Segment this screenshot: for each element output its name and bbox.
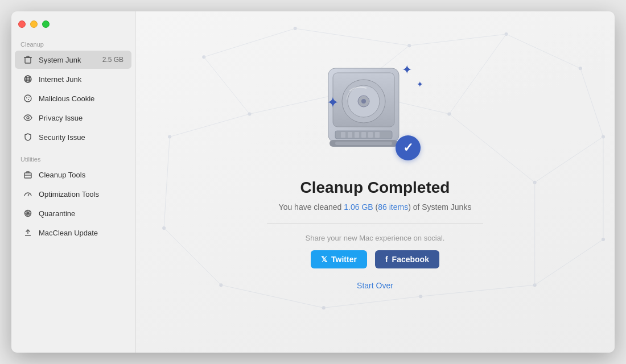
- share-label: Share your new Mac experience on social.: [306, 234, 445, 242]
- twitter-button[interactable]: 𝕏 Twitter: [311, 250, 367, 268]
- internet-junk-label: Internet Junk: [39, 75, 123, 84]
- arrow-up-icon: [23, 228, 33, 238]
- svg-rect-69: [348, 132, 352, 138]
- macclean-update-label: MacClean Update: [39, 229, 123, 237]
- close-button[interactable]: [18, 20, 26, 28]
- minimize-button[interactable]: [30, 20, 38, 28]
- svg-point-12: [28, 99, 29, 100]
- svg-line-40: [204, 28, 295, 57]
- sidebar-item-macclean-update[interactable]: MacClean Update: [15, 224, 131, 242]
- sidebar-item-system-junk[interactable]: System Junk 2.5 GB: [15, 51, 131, 69]
- svg-line-45: [535, 137, 603, 183]
- cookie-icon: [23, 93, 33, 104]
- optimization-tools-label: Optimization Tools: [39, 190, 123, 198]
- sidebar-item-malicious-cookie[interactable]: Malicious Cookie: [15, 89, 131, 107]
- cleanup-section-label: Cleanup: [11, 36, 135, 50]
- main-content: ✦ ✦ ✦ ✦: [135, 11, 615, 353]
- sparkle-icon-1: ✦: [327, 94, 339, 111]
- sidebar-item-cleanup-tools[interactable]: Cleanup Tools: [15, 166, 131, 184]
- social-buttons: 𝕏 Twitter f Facebook: [311, 250, 439, 268]
- start-over-button[interactable]: Start Over: [357, 281, 393, 290]
- sidebar-item-quarantine[interactable]: Quarantine: [15, 204, 131, 222]
- svg-point-14: [27, 117, 29, 119]
- svg-rect-73: [375, 132, 380, 138]
- divider: [267, 223, 483, 224]
- facebook-label: Facebook: [392, 255, 429, 264]
- hdd-illustration: ✦ ✦ ✦ ✦: [324, 63, 426, 165]
- svg-line-49: [170, 114, 249, 136]
- sparkle-icon-3: ✦: [417, 80, 423, 89]
- sidebar: Cleanup System Junk 2.5 GB: [11, 11, 135, 353]
- main-window: Cleanup System Junk 2.5 GB: [11, 11, 615, 353]
- maximize-button[interactable]: [42, 20, 50, 28]
- svg-line-43: [506, 34, 580, 68]
- checkmark-badge: ✓: [396, 135, 421, 160]
- system-junk-badge: 2.5 GB: [102, 56, 123, 64]
- subtitle-pre: You have cleaned: [279, 202, 344, 212]
- sparkle-icon-2: ✦: [402, 63, 412, 77]
- svg-rect-72: [368, 132, 373, 138]
- privacy-issue-label: Privacy Issue: [39, 114, 123, 122]
- svg-line-41: [295, 28, 409, 46]
- cleaned-items: 86 items: [378, 202, 408, 212]
- svg-line-42: [409, 34, 506, 46]
- quarantine-icon: [23, 208, 33, 218]
- facebook-button[interactable]: f Facebook: [375, 250, 439, 268]
- sidebar-item-internet-junk[interactable]: Internet Junk: [15, 70, 131, 88]
- svg-rect-70: [355, 132, 359, 138]
- facebook-icon: f: [385, 255, 388, 264]
- svg-point-10: [24, 95, 31, 102]
- svg-line-51: [164, 228, 221, 285]
- sidebar-item-optimization-tools[interactable]: Optimization Tools: [15, 185, 131, 203]
- shield-icon: [23, 132, 33, 142]
- svg-rect-0: [25, 57, 31, 63]
- svg-point-11: [26, 97, 27, 98]
- svg-line-50: [164, 137, 170, 228]
- completion-subtitle: You have cleaned 1.06 GB (86 items) of S…: [279, 202, 472, 212]
- utilities-section-label: Utilities: [11, 151, 135, 165]
- globe-icon: [23, 74, 33, 84]
- svg-point-66: [361, 99, 366, 104]
- gauge-icon: [23, 189, 33, 199]
- twitter-icon: 𝕏: [321, 255, 327, 264]
- svg-rect-68: [341, 132, 345, 138]
- cleanup-tools-label: Cleanup Tools: [39, 171, 123, 179]
- briefcase-icon: [23, 169, 33, 180]
- quarantine-label: Quarantine: [39, 209, 123, 218]
- completion-title: Cleanup Completed: [300, 179, 450, 197]
- system-junk-label: System Junk: [39, 56, 97, 64]
- trash-icon: [23, 55, 33, 65]
- svg-line-44: [580, 68, 603, 136]
- svg-line-53: [324, 296, 421, 308]
- security-issue-label: Security Issue: [39, 133, 123, 142]
- eye-icon: [23, 113, 33, 123]
- svg-line-17: [28, 194, 29, 196]
- content-area: ✦ ✦ ✦ ✦: [267, 63, 483, 290]
- svg-rect-75: [335, 142, 392, 145]
- svg-point-13: [28, 97, 30, 98]
- subtitle-post: of System Junks: [411, 202, 472, 212]
- svg-line-56: [204, 57, 249, 114]
- cleaned-amount: 1.06 GB: [344, 202, 373, 212]
- twitter-label: Twitter: [331, 255, 357, 264]
- sidebar-item-security-issue[interactable]: Security Issue: [15, 128, 131, 146]
- titlebar: [11, 11, 135, 36]
- svg-rect-71: [361, 132, 366, 138]
- malicious-cookie-label: Malicious Cookie: [39, 94, 123, 103]
- svg-line-55: [535, 239, 603, 285]
- sidebar-item-privacy-issue[interactable]: Privacy Issue: [15, 109, 131, 127]
